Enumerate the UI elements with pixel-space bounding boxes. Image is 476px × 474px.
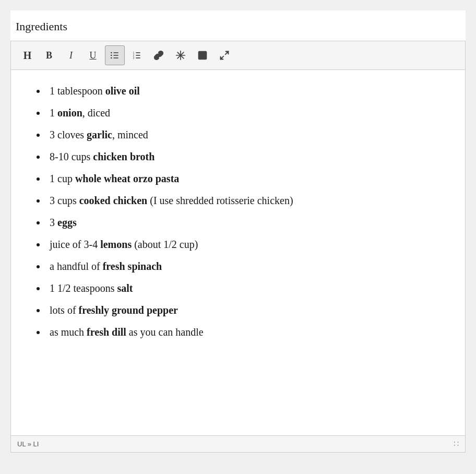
ordered-list-icon: 1 2 3 xyxy=(132,50,142,61)
resize-handle[interactable]: ∷ xyxy=(454,439,459,449)
list-item: 3 cloves garlic, minced xyxy=(46,126,444,143)
svg-point-4 xyxy=(111,55,112,56)
special-button[interactable] xyxy=(171,45,191,65)
link-button[interactable] xyxy=(149,45,169,65)
editor-container: H B I U 1 xyxy=(10,41,466,453)
list-item: 1 1/2 teaspoons salt xyxy=(46,280,444,297)
toolbar: H B I U 1 xyxy=(11,41,465,70)
svg-text:3: 3 xyxy=(133,56,135,60)
list-item: 1 tablespoon olive oil xyxy=(46,82,444,99)
list-item: 1 cup whole wheat orzo pasta xyxy=(46,170,444,187)
page-wrapper: Ingredients H B I U xyxy=(10,10,466,453)
bold-button[interactable]: B xyxy=(39,45,59,65)
ordered-list-button[interactable]: 1 2 3 xyxy=(127,45,147,65)
svg-point-16 xyxy=(180,54,181,56)
list-item: 1 onion, diced xyxy=(46,104,444,121)
unordered-list-button[interactable] xyxy=(105,45,125,65)
list-item: 8-10 cups chicken broth xyxy=(46,148,444,165)
fullscreen-icon xyxy=(219,50,230,61)
italic-button[interactable]: I xyxy=(61,45,81,65)
link-icon xyxy=(153,50,164,61)
svg-point-5 xyxy=(111,57,112,59)
list-item: as much fresh dill as you can handle xyxy=(46,324,444,340)
list-item: lots of freshly ground pepper xyxy=(46,302,444,318)
breadcrumb: UL » LI xyxy=(17,440,39,448)
status-bar: UL » LI ∷ xyxy=(11,435,465,452)
underline-button[interactable]: U xyxy=(83,45,103,65)
svg-point-18 xyxy=(200,53,202,55)
special-icon xyxy=(175,50,186,61)
image-icon xyxy=(197,50,208,61)
unordered-list-icon xyxy=(110,50,120,61)
svg-point-3 xyxy=(111,52,112,54)
heading-button[interactable]: H xyxy=(17,45,37,65)
editor-content[interactable]: 1 tablespoon olive oil 1 onion, diced 3 … xyxy=(11,70,465,435)
list-item: juice of 3-4 lemons (about 1/2 cup) xyxy=(46,236,444,253)
list-item: 3 eggs xyxy=(46,214,444,231)
list-item: a handful of fresh spinach xyxy=(46,258,444,275)
page-title: Ingredients xyxy=(10,10,466,41)
ingredients-list: 1 tablespoon olive oil 1 onion, diced 3 … xyxy=(32,82,444,340)
fullscreen-button[interactable] xyxy=(215,45,234,65)
image-button[interactable] xyxy=(193,45,212,65)
list-item: 3 cups cooked chicken (I use shredded ro… xyxy=(46,192,444,209)
